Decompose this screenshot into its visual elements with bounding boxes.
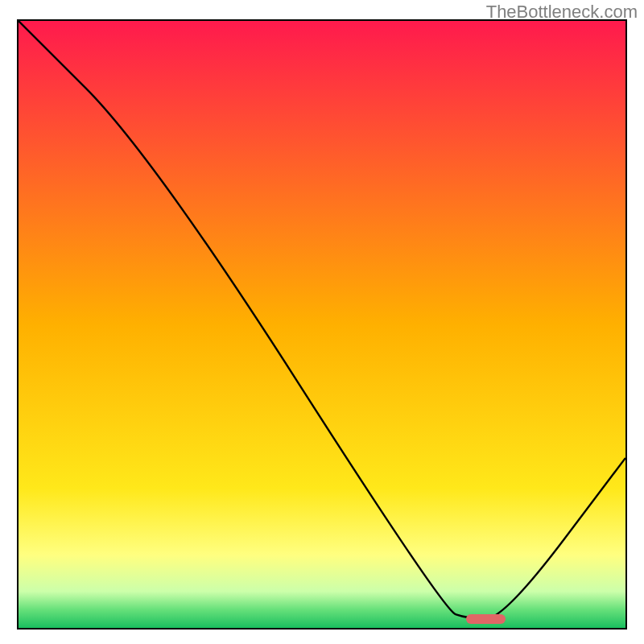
watermark-text: TheBottleneck.com bbox=[486, 2, 638, 23]
optimal-range-marker bbox=[466, 614, 506, 624]
chart-plot-area bbox=[17, 19, 627, 630]
gradient-fill-rect bbox=[19, 21, 625, 628]
chart-svg bbox=[19, 21, 625, 628]
